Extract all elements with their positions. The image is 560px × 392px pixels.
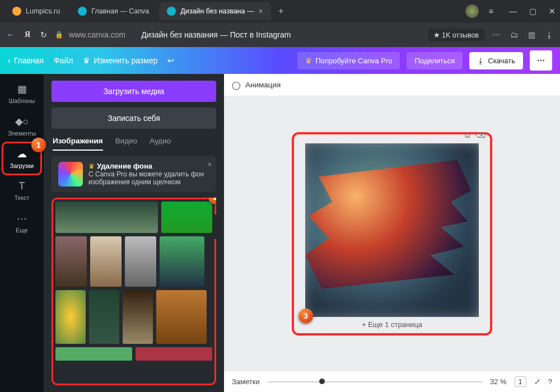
crown-icon: ♛: [88, 162, 95, 170]
side-nav: ▦Шаблоны ◆○Элементы ☁Загрузки 1 TТекст ⋯…: [0, 74, 44, 392]
tab-video[interactable]: Видео: [115, 137, 137, 151]
favicon-icon: [167, 7, 176, 16]
reload-button[interactable]: ↻: [40, 30, 47, 39]
resize-menu[interactable]: ♛Изменить размер: [83, 56, 157, 65]
uploaded-images-gallery: [52, 198, 216, 385]
more-button[interactable]: ⋯: [530, 50, 552, 71]
elements-icon: ◆○: [15, 115, 29, 128]
download-button[interactable]: ⭳Скачать: [469, 52, 523, 69]
upload-thumb[interactable]: [55, 347, 132, 361]
promo-thumb: [58, 162, 83, 186]
url-host[interactable]: www.canva.com: [69, 30, 125, 39]
chevron-left-icon: ‹: [8, 56, 11, 65]
fullscreen-icon[interactable]: ⤢: [534, 377, 540, 386]
reviews-badge[interactable]: ★ 1K отзывов: [428, 29, 484, 41]
tab-label: Дизайн без названа —: [180, 7, 254, 15]
more-icon: ⋯: [17, 212, 27, 225]
browser-tab-active[interactable]: Дизайн без названа — ×: [159, 2, 270, 20]
remove-bg-promo[interactable]: ♛Удаление фона С Canva Pro вы можете уда…: [52, 156, 216, 192]
canvas-toolbar: ◯ Анимация: [224, 74, 560, 96]
upload-thumb[interactable]: [55, 202, 158, 233]
collapse-panel-handle[interactable]: ◂: [213, 214, 216, 239]
nav-templates[interactable]: ▦Шаблоны: [3, 78, 40, 109]
lock-icon: 🔒: [55, 31, 63, 39]
notes-button[interactable]: Заметки: [232, 377, 260, 386]
share-button[interactable]: Поделиться: [407, 52, 463, 69]
page-count-button[interactable]: 1: [515, 376, 526, 387]
tab-label: Главная — Canva: [91, 7, 149, 15]
download-icon: ⭳: [477, 57, 484, 65]
nav-elements[interactable]: ◆○Элементы: [3, 111, 40, 141]
uploads-panel: Загрузить медиа Записать себя Изображени…: [44, 74, 224, 392]
collections-icon[interactable]: ▥: [528, 30, 535, 39]
home-link[interactable]: ‹Главная: [8, 56, 44, 65]
close-icon[interactable]: ×: [258, 7, 263, 16]
duplicate-page-icon[interactable]: ⧉: [465, 131, 470, 140]
extension-icon[interactable]: ⋯: [492, 30, 500, 39]
minimize-button[interactable]: —: [509, 7, 517, 16]
download-icon[interactable]: ⭳: [545, 30, 553, 39]
add-page-button[interactable]: + Еще 1 страница: [305, 320, 479, 329]
crown-icon: ♛: [305, 57, 312, 65]
favicon-icon: [78, 7, 87, 16]
upload-thumb[interactable]: [55, 236, 87, 287]
design-page[interactable]: [305, 143, 479, 317]
upload-thumb[interactable]: [156, 290, 207, 344]
canvas-frame: ⧉ ⌫ 3 + Еще 1 страница: [292, 132, 492, 335]
file-menu[interactable]: Файл: [54, 56, 73, 65]
undo-button[interactable]: ↩: [167, 56, 174, 65]
zoom-value: 32 %: [490, 377, 507, 386]
upload-media-button[interactable]: Загрузить медиа: [52, 81, 216, 102]
record-yourself-button[interactable]: Записать себя: [52, 108, 216, 129]
promo-title: Удаление фона: [97, 162, 152, 170]
upload-thumb[interactable]: [90, 236, 122, 287]
canvas-bottom-bar: Заметки 32 % 1 ⤢ ?: [224, 371, 560, 392]
cloud-upload-icon: ☁: [17, 148, 27, 160]
try-pro-button[interactable]: ♛Попробуйте Canva Pro: [297, 52, 400, 69]
templates-icon: ▦: [17, 83, 27, 95]
upload-thumb[interactable]: [161, 202, 212, 233]
bookmark-icon[interactable]: 🗂: [510, 30, 518, 39]
page-title: Дизайн без названия — Пост в Instagram: [141, 30, 291, 39]
tab-audio[interactable]: Аудио: [150, 137, 171, 151]
back-button[interactable]: ←: [7, 30, 15, 39]
browser-tab[interactable]: Lumpics.ru: [4, 2, 68, 20]
upload-thumb[interactable]: [160, 236, 204, 287]
browser-titlebar: Lumpics.ru Главная — Canva Дизайн без на…: [0, 0, 560, 22]
upload-thumb[interactable]: [136, 347, 212, 361]
annotation-marker-3: 3: [298, 309, 313, 323]
yandex-icon[interactable]: Я: [25, 30, 30, 39]
crown-icon: ♛: [83, 56, 90, 65]
animation-button[interactable]: Анимация: [245, 81, 281, 89]
upload-thumb[interactable]: [125, 236, 156, 287]
help-icon[interactable]: ?: [548, 377, 552, 386]
animation-icon: ◯: [232, 81, 241, 90]
browser-tab[interactable]: Главная — Canva: [70, 2, 157, 20]
close-window-button[interactable]: ✕: [549, 7, 556, 16]
brush-image-element[interactable]: [305, 155, 474, 295]
canvas-area: ◯ Анимация ⧉ ⌫ 3 + Еще 1 страница Заметк…: [224, 74, 560, 392]
favicon-icon: [12, 7, 21, 16]
nav-more[interactable]: ⋯Еще: [3, 208, 40, 238]
text-icon: T: [19, 180, 25, 192]
canva-topbar: ‹Главная Файл ♛Изменить размер ↩ ♛Попроб…: [0, 47, 560, 74]
upload-thumb[interactable]: [89, 290, 119, 344]
browser-addressbar: ← Я ↻ 🔒 www.canva.com Дизайн без названи…: [0, 22, 560, 47]
close-icon[interactable]: ×: [208, 161, 212, 169]
zoom-slider[interactable]: [268, 381, 482, 383]
promo-desc: С Canva Pro вы можете удалить фон изобра…: [88, 170, 209, 186]
delete-page-icon[interactable]: ⌫: [475, 131, 486, 140]
upload-thumb[interactable]: [55, 290, 86, 344]
tab-label: Lumpics.ru: [26, 7, 60, 15]
upload-thumb[interactable]: [123, 290, 153, 344]
maximize-button[interactable]: ▢: [529, 7, 536, 16]
annotation-marker-1: 1: [31, 138, 46, 152]
new-tab-button[interactable]: +: [273, 3, 289, 19]
nav-text[interactable]: TТекст: [3, 176, 40, 206]
menu-icon[interactable]: ≡: [489, 7, 493, 16]
profile-avatar[interactable]: [465, 4, 479, 18]
media-tabs: Изображения Видео Аудио: [52, 134, 216, 151]
tab-images[interactable]: Изображения: [53, 137, 103, 151]
